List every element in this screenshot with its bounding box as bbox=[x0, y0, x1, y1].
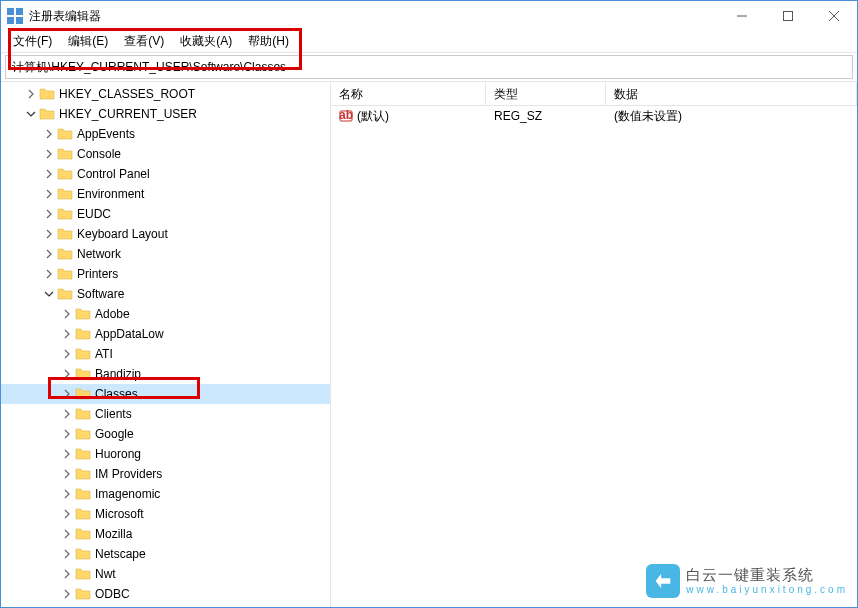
address-input[interactable] bbox=[12, 60, 846, 74]
menubar: 文件(F) 编辑(E) 查看(V) 收藏夹(A) 帮助(H) bbox=[1, 31, 857, 53]
tree-node[interactable]: AppDataLow bbox=[1, 324, 330, 344]
folder-icon bbox=[75, 566, 91, 582]
chevron-right-icon[interactable] bbox=[59, 406, 75, 422]
chevron-right-icon[interactable] bbox=[41, 146, 57, 162]
tree-node[interactable]: Bandizip bbox=[1, 364, 330, 384]
tree-node[interactable]: HKEY_CURRENT_USER bbox=[1, 104, 330, 124]
chevron-right-icon[interactable] bbox=[59, 566, 75, 582]
tree-node[interactable]: Network bbox=[1, 244, 330, 264]
chevron-down-icon[interactable] bbox=[23, 106, 39, 122]
folder-icon bbox=[57, 286, 73, 302]
tree-node[interactable]: Printers bbox=[1, 264, 330, 284]
list-row[interactable]: ab(默认)REG_SZ(数值未设置) bbox=[331, 106, 857, 126]
svg-rect-2 bbox=[7, 17, 14, 24]
chevron-right-icon[interactable] bbox=[41, 166, 57, 182]
tree-node[interactable]: Netscape bbox=[1, 544, 330, 564]
tree-node[interactable]: Adobe bbox=[1, 304, 330, 324]
tree-node[interactable]: Classes bbox=[1, 384, 330, 404]
column-name[interactable]: 名称 bbox=[331, 82, 486, 105]
chevron-right-icon[interactable] bbox=[59, 486, 75, 502]
svg-rect-3 bbox=[16, 17, 23, 24]
tree-node[interactable]: AppEvents bbox=[1, 124, 330, 144]
chevron-right-icon[interactable] bbox=[41, 206, 57, 222]
tree-label: Console bbox=[77, 147, 121, 161]
value-name: (默认) bbox=[357, 108, 389, 125]
chevron-right-icon[interactable] bbox=[59, 526, 75, 542]
tree-node[interactable]: Console bbox=[1, 144, 330, 164]
tree-label: EUDC bbox=[77, 207, 111, 221]
tree-label: Clients bbox=[95, 407, 132, 421]
tree-label: Huorong bbox=[95, 447, 141, 461]
tree-label: IM Providers bbox=[95, 467, 162, 481]
tree-node[interactable]: Google bbox=[1, 424, 330, 444]
folder-icon bbox=[57, 226, 73, 242]
tree-node[interactable]: ATI bbox=[1, 344, 330, 364]
menu-file[interactable]: 文件(F) bbox=[5, 31, 60, 52]
tree-node[interactable]: Software bbox=[1, 284, 330, 304]
tree-label: Environment bbox=[77, 187, 144, 201]
close-button[interactable] bbox=[811, 1, 857, 31]
folder-icon bbox=[57, 266, 73, 282]
svg-rect-0 bbox=[7, 8, 14, 15]
chevron-right-icon[interactable] bbox=[59, 346, 75, 362]
chevron-right-icon[interactable] bbox=[59, 446, 75, 462]
tree-node[interactable]: Microsoft bbox=[1, 504, 330, 524]
menu-favorites[interactable]: 收藏夹(A) bbox=[172, 31, 240, 52]
list-body[interactable]: ab(默认)REG_SZ(数值未设置) bbox=[331, 106, 857, 607]
chevron-right-icon[interactable] bbox=[59, 586, 75, 602]
maximize-button[interactable] bbox=[765, 1, 811, 31]
chevron-right-icon[interactable] bbox=[59, 426, 75, 442]
folder-icon bbox=[39, 86, 55, 102]
chevron-right-icon[interactable] bbox=[41, 126, 57, 142]
chevron-right-icon[interactable] bbox=[59, 386, 75, 402]
folder-icon bbox=[75, 386, 91, 402]
chevron-right-icon[interactable] bbox=[59, 326, 75, 342]
tree-node[interactable]: Imagenomic bbox=[1, 484, 330, 504]
chevron-right-icon[interactable] bbox=[59, 306, 75, 322]
menu-view[interactable]: 查看(V) bbox=[116, 31, 172, 52]
folder-icon bbox=[57, 186, 73, 202]
tree-node[interactable]: Nwt bbox=[1, 564, 330, 584]
tree-panel[interactable]: HKEY_CLASSES_ROOTHKEY_CURRENT_USERAppEve… bbox=[1, 82, 331, 607]
chevron-right-icon[interactable] bbox=[41, 186, 57, 202]
folder-icon bbox=[75, 546, 91, 562]
tree-node[interactable]: Clients bbox=[1, 404, 330, 424]
chevron-right-icon[interactable] bbox=[41, 246, 57, 262]
menu-edit[interactable]: 编辑(E) bbox=[60, 31, 116, 52]
tree-node[interactable]: Keyboard Layout bbox=[1, 224, 330, 244]
tree-node[interactable]: IM Providers bbox=[1, 464, 330, 484]
tree-label: AppDataLow bbox=[95, 327, 164, 341]
tree-node[interactable]: Onsw bbox=[1, 604, 330, 607]
folder-icon bbox=[57, 246, 73, 262]
tree-label: Software bbox=[77, 287, 124, 301]
chevron-right-icon[interactable] bbox=[41, 266, 57, 282]
tree-label: ATI bbox=[95, 347, 113, 361]
column-type[interactable]: 类型 bbox=[486, 82, 606, 105]
tree-node[interactable]: Environment bbox=[1, 184, 330, 204]
titlebar: 注册表编辑器 bbox=[1, 1, 857, 31]
tree-node[interactable]: HKEY_CLASSES_ROOT bbox=[1, 84, 330, 104]
tree-node[interactable]: Mozilla bbox=[1, 524, 330, 544]
tree-node[interactable]: ODBC bbox=[1, 584, 330, 604]
chevron-right-icon[interactable] bbox=[59, 506, 75, 522]
chevron-right-icon[interactable] bbox=[59, 606, 75, 607]
menu-help[interactable]: 帮助(H) bbox=[240, 31, 297, 52]
chevron-right-icon[interactable] bbox=[59, 546, 75, 562]
tree-label: Microsoft bbox=[95, 507, 144, 521]
tree-node[interactable]: Control Panel bbox=[1, 164, 330, 184]
chevron-right-icon[interactable] bbox=[59, 366, 75, 382]
tree-node[interactable]: Huorong bbox=[1, 444, 330, 464]
chevron-right-icon[interactable] bbox=[23, 86, 39, 102]
chevron-down-icon[interactable] bbox=[41, 286, 57, 302]
tree-label: Mozilla bbox=[95, 527, 132, 541]
folder-icon bbox=[75, 306, 91, 322]
minimize-button[interactable] bbox=[719, 1, 765, 31]
tree-node[interactable]: EUDC bbox=[1, 204, 330, 224]
chevron-right-icon[interactable] bbox=[59, 466, 75, 482]
tree-label: Google bbox=[95, 427, 134, 441]
chevron-right-icon[interactable] bbox=[41, 226, 57, 242]
svg-rect-1 bbox=[16, 8, 23, 15]
folder-icon bbox=[75, 346, 91, 362]
addressbar[interactable] bbox=[5, 55, 853, 79]
column-data[interactable]: 数据 bbox=[606, 82, 857, 105]
